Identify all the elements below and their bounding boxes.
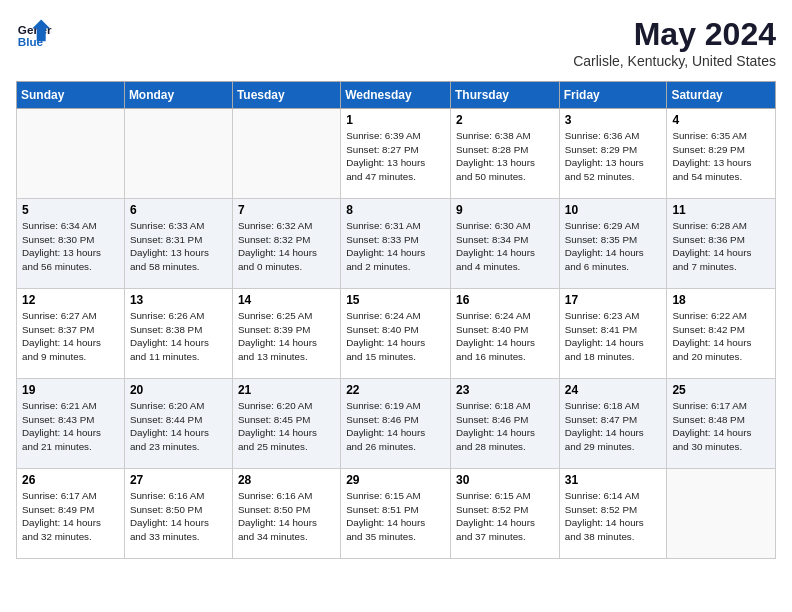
calendar-cell: 28Sunrise: 6:16 AM Sunset: 8:50 PM Dayli… — [232, 469, 340, 559]
logo-icon: General Blue — [16, 16, 52, 52]
calendar-cell: 5Sunrise: 6:34 AM Sunset: 8:30 PM Daylig… — [17, 199, 125, 289]
day-number: 25 — [672, 383, 770, 397]
calendar-cell: 11Sunrise: 6:28 AM Sunset: 8:36 PM Dayli… — [667, 199, 776, 289]
calendar-cell: 20Sunrise: 6:20 AM Sunset: 8:44 PM Dayli… — [124, 379, 232, 469]
weekday-header-friday: Friday — [559, 82, 667, 109]
day-number: 1 — [346, 113, 445, 127]
day-number: 27 — [130, 473, 227, 487]
calendar-table: SundayMondayTuesdayWednesdayThursdayFrid… — [16, 81, 776, 559]
day-number: 23 — [456, 383, 554, 397]
day-info: Sunrise: 6:29 AM Sunset: 8:35 PM Dayligh… — [565, 219, 662, 274]
weekday-header-monday: Monday — [124, 82, 232, 109]
calendar-cell: 8Sunrise: 6:31 AM Sunset: 8:33 PM Daylig… — [341, 199, 451, 289]
day-info: Sunrise: 6:36 AM Sunset: 8:29 PM Dayligh… — [565, 129, 662, 184]
calendar-cell: 9Sunrise: 6:30 AM Sunset: 8:34 PM Daylig… — [451, 199, 560, 289]
day-number: 21 — [238, 383, 335, 397]
calendar-week-4: 19Sunrise: 6:21 AM Sunset: 8:43 PM Dayli… — [17, 379, 776, 469]
day-info: Sunrise: 6:19 AM Sunset: 8:46 PM Dayligh… — [346, 399, 445, 454]
day-info: Sunrise: 6:34 AM Sunset: 8:30 PM Dayligh… — [22, 219, 119, 274]
day-info: Sunrise: 6:20 AM Sunset: 8:44 PM Dayligh… — [130, 399, 227, 454]
page-header: General Blue May 2024 Carlisle, Kentucky… — [16, 16, 776, 69]
day-number: 9 — [456, 203, 554, 217]
day-info: Sunrise: 6:15 AM Sunset: 8:51 PM Dayligh… — [346, 489, 445, 544]
calendar-cell: 23Sunrise: 6:18 AM Sunset: 8:46 PM Dayli… — [451, 379, 560, 469]
calendar-cell — [667, 469, 776, 559]
title-block: May 2024 Carlisle, Kentucky, United Stat… — [573, 16, 776, 69]
calendar-cell: 21Sunrise: 6:20 AM Sunset: 8:45 PM Dayli… — [232, 379, 340, 469]
calendar-week-1: 1Sunrise: 6:39 AM Sunset: 8:27 PM Daylig… — [17, 109, 776, 199]
day-number: 26 — [22, 473, 119, 487]
day-info: Sunrise: 6:21 AM Sunset: 8:43 PM Dayligh… — [22, 399, 119, 454]
calendar-cell: 1Sunrise: 6:39 AM Sunset: 8:27 PM Daylig… — [341, 109, 451, 199]
calendar-cell: 30Sunrise: 6:15 AM Sunset: 8:52 PM Dayli… — [451, 469, 560, 559]
month-title: May 2024 — [573, 16, 776, 53]
weekday-header-tuesday: Tuesday — [232, 82, 340, 109]
day-number: 13 — [130, 293, 227, 307]
location: Carlisle, Kentucky, United States — [573, 53, 776, 69]
day-number: 8 — [346, 203, 445, 217]
day-number: 20 — [130, 383, 227, 397]
weekday-header-thursday: Thursday — [451, 82, 560, 109]
calendar-cell: 12Sunrise: 6:27 AM Sunset: 8:37 PM Dayli… — [17, 289, 125, 379]
day-info: Sunrise: 6:32 AM Sunset: 8:32 PM Dayligh… — [238, 219, 335, 274]
day-number: 2 — [456, 113, 554, 127]
calendar-cell: 3Sunrise: 6:36 AM Sunset: 8:29 PM Daylig… — [559, 109, 667, 199]
day-number: 15 — [346, 293, 445, 307]
calendar-cell: 22Sunrise: 6:19 AM Sunset: 8:46 PM Dayli… — [341, 379, 451, 469]
day-number: 18 — [672, 293, 770, 307]
day-info: Sunrise: 6:25 AM Sunset: 8:39 PM Dayligh… — [238, 309, 335, 364]
day-info: Sunrise: 6:16 AM Sunset: 8:50 PM Dayligh… — [238, 489, 335, 544]
day-number: 31 — [565, 473, 662, 487]
calendar-cell: 31Sunrise: 6:14 AM Sunset: 8:52 PM Dayli… — [559, 469, 667, 559]
calendar-cell — [124, 109, 232, 199]
calendar-cell: 27Sunrise: 6:16 AM Sunset: 8:50 PM Dayli… — [124, 469, 232, 559]
calendar-cell: 14Sunrise: 6:25 AM Sunset: 8:39 PM Dayli… — [232, 289, 340, 379]
day-info: Sunrise: 6:39 AM Sunset: 8:27 PM Dayligh… — [346, 129, 445, 184]
day-number: 28 — [238, 473, 335, 487]
weekday-header-wednesday: Wednesday — [341, 82, 451, 109]
day-info: Sunrise: 6:35 AM Sunset: 8:29 PM Dayligh… — [672, 129, 770, 184]
calendar-cell: 15Sunrise: 6:24 AM Sunset: 8:40 PM Dayli… — [341, 289, 451, 379]
calendar-cell: 18Sunrise: 6:22 AM Sunset: 8:42 PM Dayli… — [667, 289, 776, 379]
logo: General Blue — [16, 16, 52, 52]
day-info: Sunrise: 6:24 AM Sunset: 8:40 PM Dayligh… — [456, 309, 554, 364]
calendar-cell — [232, 109, 340, 199]
calendar-cell: 19Sunrise: 6:21 AM Sunset: 8:43 PM Dayli… — [17, 379, 125, 469]
day-info: Sunrise: 6:38 AM Sunset: 8:28 PM Dayligh… — [456, 129, 554, 184]
day-info: Sunrise: 6:26 AM Sunset: 8:38 PM Dayligh… — [130, 309, 227, 364]
calendar-cell: 24Sunrise: 6:18 AM Sunset: 8:47 PM Dayli… — [559, 379, 667, 469]
calendar-cell: 4Sunrise: 6:35 AM Sunset: 8:29 PM Daylig… — [667, 109, 776, 199]
calendar-cell — [17, 109, 125, 199]
day-number: 30 — [456, 473, 554, 487]
day-info: Sunrise: 6:15 AM Sunset: 8:52 PM Dayligh… — [456, 489, 554, 544]
day-number: 14 — [238, 293, 335, 307]
day-info: Sunrise: 6:14 AM Sunset: 8:52 PM Dayligh… — [565, 489, 662, 544]
day-info: Sunrise: 6:28 AM Sunset: 8:36 PM Dayligh… — [672, 219, 770, 274]
weekday-header-saturday: Saturday — [667, 82, 776, 109]
day-info: Sunrise: 6:17 AM Sunset: 8:49 PM Dayligh… — [22, 489, 119, 544]
calendar-cell: 25Sunrise: 6:17 AM Sunset: 8:48 PM Dayli… — [667, 379, 776, 469]
day-number: 29 — [346, 473, 445, 487]
day-number: 22 — [346, 383, 445, 397]
calendar-cell: 6Sunrise: 6:33 AM Sunset: 8:31 PM Daylig… — [124, 199, 232, 289]
day-info: Sunrise: 6:33 AM Sunset: 8:31 PM Dayligh… — [130, 219, 227, 274]
calendar-cell: 26Sunrise: 6:17 AM Sunset: 8:49 PM Dayli… — [17, 469, 125, 559]
day-number: 12 — [22, 293, 119, 307]
day-number: 7 — [238, 203, 335, 217]
calendar-cell: 13Sunrise: 6:26 AM Sunset: 8:38 PM Dayli… — [124, 289, 232, 379]
day-info: Sunrise: 6:22 AM Sunset: 8:42 PM Dayligh… — [672, 309, 770, 364]
day-number: 6 — [130, 203, 227, 217]
calendar-week-2: 5Sunrise: 6:34 AM Sunset: 8:30 PM Daylig… — [17, 199, 776, 289]
day-info: Sunrise: 6:30 AM Sunset: 8:34 PM Dayligh… — [456, 219, 554, 274]
calendar-cell: 16Sunrise: 6:24 AM Sunset: 8:40 PM Dayli… — [451, 289, 560, 379]
day-info: Sunrise: 6:23 AM Sunset: 8:41 PM Dayligh… — [565, 309, 662, 364]
day-info: Sunrise: 6:18 AM Sunset: 8:47 PM Dayligh… — [565, 399, 662, 454]
day-info: Sunrise: 6:27 AM Sunset: 8:37 PM Dayligh… — [22, 309, 119, 364]
day-number: 11 — [672, 203, 770, 217]
calendar-cell: 7Sunrise: 6:32 AM Sunset: 8:32 PM Daylig… — [232, 199, 340, 289]
day-info: Sunrise: 6:16 AM Sunset: 8:50 PM Dayligh… — [130, 489, 227, 544]
day-number: 16 — [456, 293, 554, 307]
day-number: 17 — [565, 293, 662, 307]
calendar-cell: 17Sunrise: 6:23 AM Sunset: 8:41 PM Dayli… — [559, 289, 667, 379]
calendar-week-5: 26Sunrise: 6:17 AM Sunset: 8:49 PM Dayli… — [17, 469, 776, 559]
